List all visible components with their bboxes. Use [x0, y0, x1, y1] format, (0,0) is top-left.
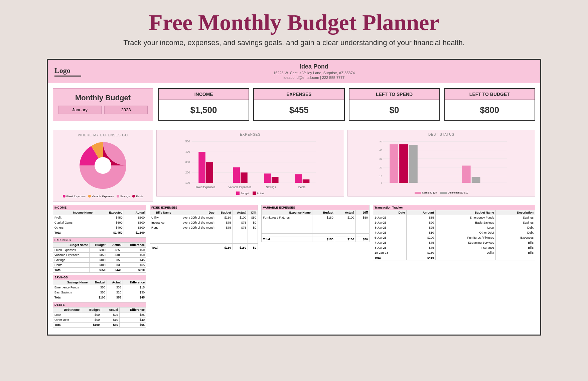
- svg-text:50: 50: [380, 140, 382, 143]
- logo-underline: [54, 76, 81, 77]
- sav-col-actual: Actual: [107, 280, 123, 285]
- legend-label-fixed: Fixed Expenses: [66, 195, 86, 198]
- logo-text: Logo: [54, 66, 95, 75]
- pie-chart-container: WHERE MY EXPENSES GO Fixed Expenses: [53, 130, 153, 202]
- page-header: Free Monthly Budget Planner Track your i…: [0, 0, 588, 52]
- metric-card-header-2: LEFT TO SPEND: [349, 89, 439, 100]
- svg-text:10: 10: [380, 174, 382, 177]
- svg-rect-14: [241, 172, 248, 183]
- metric-card-header-1: EXPENSES: [254, 89, 344, 100]
- exp-col-diff: Difference: [123, 242, 146, 247]
- svg-text:100: 100: [185, 181, 190, 184]
- svg-rect-35: [390, 144, 398, 183]
- monthly-budget-card: Monthly Budget January 2023: [53, 88, 153, 121]
- income-table: INCOME Income NameExpectedActual Profit$…: [53, 205, 146, 235]
- legend-dot-fixed: [63, 195, 65, 198]
- expenses-chart-title: EXPENSES: [159, 133, 341, 136]
- tr-col-desc: Description: [495, 210, 535, 215]
- metric-cards: INCOME $1,500 EXPENSES $455 LEFT TO SPEN…: [158, 88, 535, 121]
- page-title: Free Monthly Budget Planner: [7, 10, 581, 35]
- monthly-budget-title: Monthly Budget: [58, 94, 148, 102]
- legend-savings: Savings: [117, 195, 130, 198]
- empty-row: [150, 230, 258, 243]
- svg-text:500: 500: [185, 140, 190, 143]
- ve-col-diff: Diff: [356, 210, 370, 215]
- sav-col-budget: Budget: [89, 280, 107, 285]
- debts-total-row: Total$100$35$65: [53, 322, 146, 327]
- company-name: Idea Pond: [95, 63, 534, 70]
- fixed-expenses-title: FIXED EXPENSES: [150, 205, 258, 210]
- table-row: Rentevery 20th of the month$75$75$0: [150, 225, 258, 230]
- svg-text:30: 30: [380, 157, 382, 160]
- pie-legend: Fixed Expenses Variable Expenses Savings…: [63, 195, 143, 198]
- savings-section-label: SAVINGS: [53, 275, 146, 280]
- debt-chart-container: DEBT STATUS 50 40 30 20 10 0: [347, 130, 535, 197]
- fixed-expenses-section: FIXED EXPENSES Bills NameDueBudgetActual…: [150, 205, 258, 262]
- ve-total-row: Total$150$100$50: [262, 237, 370, 242]
- income-col-expected: Expected: [94, 210, 124, 215]
- debt-col-budget: Budget: [81, 307, 101, 312]
- expenses-bar-chart-section: EXPENSES 500 400 300 200 100: [156, 130, 344, 202]
- fe-col-diff: Diff: [248, 210, 258, 215]
- table-row: Utilityevery 20th of the month$150$100$5…: [150, 215, 258, 220]
- expenses-legend: Budget Actual: [159, 192, 341, 195]
- spreadsheet: Logo Idea Pond 16228 W. Cactus Valley La…: [47, 59, 541, 336]
- expenses-section-label: EXPENSES: [53, 237, 146, 242]
- tables-row: INCOME Income NameExpectedActual Profit$…: [48, 205, 540, 335]
- fe-total-row: Total$150$150$0: [150, 245, 258, 250]
- table-row: Emergency Funds$50$35$15: [53, 285, 146, 290]
- table-row: Fixed Expenses$300$250$50: [53, 247, 146, 252]
- tr-col-budget: Budget Name: [435, 210, 495, 215]
- mb-date-row: January 2023: [58, 106, 148, 114]
- table-row: Variable Expenses$150$100$50: [53, 252, 146, 257]
- table-row: 1-Jan-23$20Basic SavingsSavings: [373, 220, 535, 225]
- legend-actual-label: Actual: [257, 192, 264, 195]
- svg-rect-38: [462, 165, 471, 183]
- svg-text:200: 200: [185, 171, 190, 174]
- fe-col-due: Due: [173, 210, 216, 215]
- table-row: Furnitures / Fixtures$150$100$50: [262, 215, 370, 220]
- svg-text:Savings: Savings: [266, 185, 276, 188]
- variable-expenses-section: VARIABLE EXPENSES Expense NameBudgetActu…: [261, 205, 370, 262]
- debt-col-name: Debt Name: [53, 307, 81, 312]
- metric-card-2: LEFT TO SPEND $0: [349, 88, 440, 121]
- fixed-expenses-table: FIXED EXPENSES Bills NameDueBudgetActual…: [150, 205, 258, 250]
- variable-expenses-table: VARIABLE EXPENSES Expense NameBudgetActu…: [261, 205, 370, 242]
- charts-row: WHERE MY EXPENSES GO Fixed Expenses: [48, 126, 540, 205]
- svg-text:300: 300: [185, 161, 190, 164]
- year-input[interactable]: 2023: [104, 106, 148, 114]
- sheet-header: Logo Idea Pond 16228 W. Cactus Valley La…: [48, 60, 540, 83]
- savings-total-row: Total$100$55$45: [53, 295, 146, 300]
- month-input[interactable]: January: [58, 106, 102, 114]
- svg-rect-15: [264, 173, 271, 183]
- svg-rect-11: [198, 152, 205, 183]
- svg-rect-37: [409, 145, 418, 182]
- ve-col-actual: Actual: [335, 210, 355, 215]
- pie-chart-title: WHERE MY EXPENSES GO: [78, 133, 128, 137]
- legend-dot-debts: [132, 195, 135, 198]
- metric-card-3: LEFT TO BUDGET $800: [444, 88, 535, 121]
- expenses-chart-svg: 500 400 300 200 100: [159, 138, 341, 190]
- exp-col-name: Budget Name: [53, 242, 90, 247]
- table-row: Loan$50$25$25: [53, 312, 146, 317]
- right-tables-top: FIXED EXPENSES Bills NameDueBudgetActual…: [150, 205, 535, 262]
- expenses-bar-chart-container: EXPENSES 500 400 300 200 100: [156, 130, 344, 197]
- table-row: 18-Jan-23$150UtilityBills: [373, 250, 535, 255]
- legend-label-savings: Savings: [120, 195, 130, 198]
- svg-text:Fixed Expenses: Fixed Expenses: [196, 185, 215, 188]
- metric-card-1: EXPENSES $455: [253, 88, 344, 121]
- legend-dot-variable: [88, 195, 91, 198]
- svg-rect-18: [303, 179, 310, 183]
- fe-col-actual: Actual: [233, 210, 248, 215]
- table-row: Insuranceevery 20th of the month$75$75$0: [150, 220, 258, 225]
- svg-rect-17: [295, 174, 302, 183]
- fe-col-budget: Budget: [216, 210, 233, 215]
- table-row: 4-Jan-23$10Other DebtDebt: [373, 230, 535, 235]
- legend-dot-budget: [236, 192, 240, 195]
- legend-loan: Loan $50-$25: [415, 192, 437, 194]
- metric-card-value-0: $1,500: [159, 100, 249, 120]
- metric-card-value-1: $455: [254, 100, 344, 120]
- transaction-section: Transaction Tracker DateAmountBudget Nam…: [373, 205, 535, 262]
- svg-text:20: 20: [380, 166, 382, 169]
- sav-col-name: Savings Name: [53, 280, 89, 285]
